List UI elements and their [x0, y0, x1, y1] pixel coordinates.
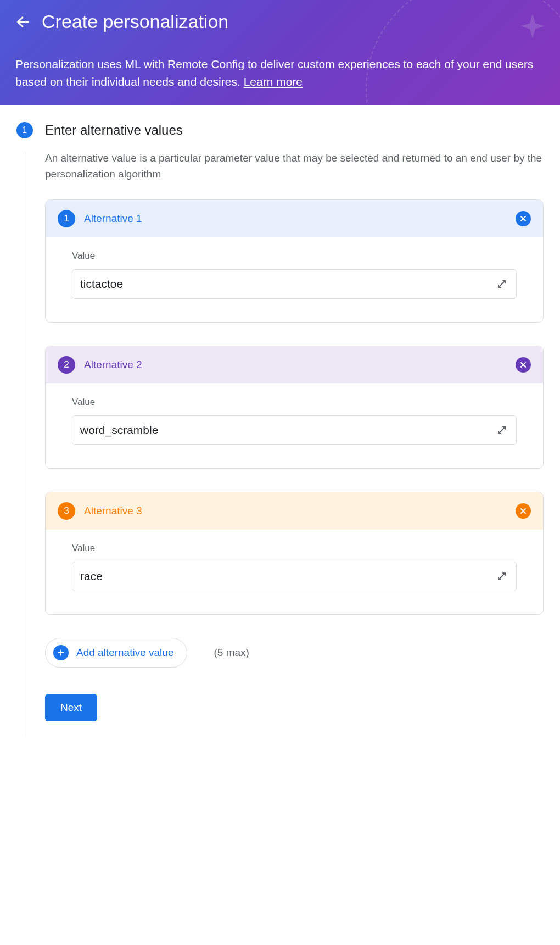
step-description: An alternative value is a particular par… — [45, 151, 544, 182]
value-input-container — [72, 415, 517, 445]
expand-icon — [495, 570, 508, 583]
sparkle-decoration — [516, 11, 549, 46]
value-input[interactable] — [72, 562, 488, 591]
next-button[interactable]: Next — [45, 694, 97, 721]
value-label: Value — [72, 251, 517, 262]
plus-icon — [53, 645, 69, 660]
learn-more-link[interactable]: Learn more — [244, 75, 303, 88]
expand-icon — [495, 424, 508, 437]
step-body: An alternative value is a particular par… — [25, 151, 544, 738]
add-alternative-row: Add alternative value (5 max) — [45, 638, 544, 668]
alternative-label: Alternative 3 — [84, 505, 507, 517]
alternative-number-badge: 1 — [58, 210, 75, 227]
value-label: Value — [72, 543, 517, 554]
add-alternative-button[interactable]: Add alternative value — [45, 638, 187, 668]
svg-line-6 — [499, 427, 505, 433]
back-arrow-icon[interactable] — [15, 14, 31, 30]
alternative-card-2: 2 Alternative 2 Value — [45, 346, 544, 469]
expand-handle[interactable] — [488, 570, 516, 583]
alternative-body: Value — [46, 237, 543, 322]
alternative-card-3: 3 Alternative 3 Value — [45, 492, 544, 615]
svg-line-9 — [499, 573, 505, 580]
remove-alternative-button[interactable] — [516, 211, 531, 226]
expand-handle[interactable] — [488, 424, 516, 437]
content-area: 1 Enter alternative values An alternativ… — [0, 105, 560, 771]
close-icon — [519, 360, 528, 369]
close-icon — [519, 214, 528, 223]
remove-alternative-button[interactable] — [516, 503, 531, 519]
alternative-header-3: 3 Alternative 3 — [46, 492, 543, 530]
page-description: Personalization uses ML with Remote Conf… — [15, 55, 545, 90]
alternative-header-2: 2 Alternative 2 — [46, 346, 543, 383]
close-icon — [519, 507, 528, 515]
value-input-container — [72, 269, 517, 299]
page-header: Create personalization Personalization u… — [0, 0, 560, 105]
alternative-header-1: 1 Alternative 1 — [46, 200, 543, 237]
remove-alternative-button[interactable] — [516, 357, 531, 373]
add-alternative-label: Add alternative value — [76, 647, 173, 659]
alternative-number-badge: 3 — [58, 502, 75, 520]
alternative-label: Alternative 2 — [84, 359, 507, 371]
step-number-badge: 1 — [16, 122, 33, 138]
step-title: Enter alternative values — [45, 123, 183, 138]
expand-handle[interactable] — [488, 277, 516, 291]
page-title: Create personalization — [42, 11, 228, 32]
alternative-body: Value — [46, 530, 543, 614]
value-label: Value — [72, 397, 517, 408]
alternative-number-badge: 2 — [58, 356, 75, 374]
alternative-card-1: 1 Alternative 1 Value — [45, 199, 544, 323]
value-input[interactable] — [72, 270, 488, 298]
expand-icon — [495, 277, 508, 291]
value-input-container — [72, 562, 517, 591]
step-header: 1 Enter alternative values — [16, 122, 544, 138]
value-input[interactable] — [72, 416, 488, 444]
svg-line-3 — [499, 281, 505, 287]
max-alternatives-text: (5 max) — [214, 647, 249, 659]
alternative-label: Alternative 1 — [84, 213, 507, 225]
alternative-body: Value — [46, 383, 543, 468]
